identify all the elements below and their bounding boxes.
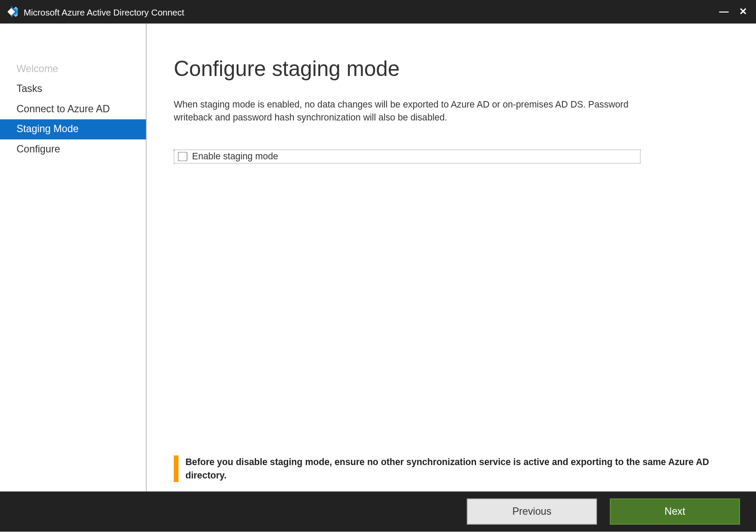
warning-accent xyxy=(174,456,178,482)
page-description: When staging mode is enabled, no data ch… xyxy=(174,98,646,124)
sidebar-item-configure[interactable]: Configure xyxy=(0,139,146,160)
body: Welcome Tasks Connect to Azure AD Stagin… xyxy=(0,24,756,491)
enable-staging-mode-label: Enable staging mode xyxy=(192,151,278,162)
sidebar-item-staging-mode[interactable]: Staging Mode xyxy=(0,119,146,139)
footer: Previous Next xyxy=(0,491,756,532)
enable-staging-mode-row[interactable]: Enable staging mode xyxy=(174,149,641,164)
sidebar: Welcome Tasks Connect to Azure AD Stagin… xyxy=(0,24,146,491)
azure-icon xyxy=(5,5,18,18)
previous-button[interactable]: Previous xyxy=(467,499,597,525)
sidebar-item-connect-azure-ad[interactable]: Connect to Azure AD xyxy=(0,99,146,120)
sidebar-item-welcome[interactable]: Welcome xyxy=(0,59,146,79)
warning-text: Before you disable staging mode, ensure … xyxy=(185,456,739,482)
sidebar-item-tasks[interactable]: Tasks xyxy=(0,79,146,99)
title-bar: Microsoft Azure Active Directory Connect… xyxy=(0,0,756,24)
close-icon[interactable]: ✕ xyxy=(739,7,747,16)
minimize-icon[interactable]: — xyxy=(719,7,729,16)
enable-staging-mode-checkbox[interactable] xyxy=(178,152,187,161)
warning-banner: Before you disable staging mode, ensure … xyxy=(174,456,739,482)
next-button[interactable]: Next xyxy=(610,499,740,525)
page-title: Configure staging mode xyxy=(174,57,723,81)
app-title: Microsoft Azure Active Directory Connect xyxy=(24,7,719,17)
main-panel: Configure staging mode When staging mode… xyxy=(146,24,756,491)
